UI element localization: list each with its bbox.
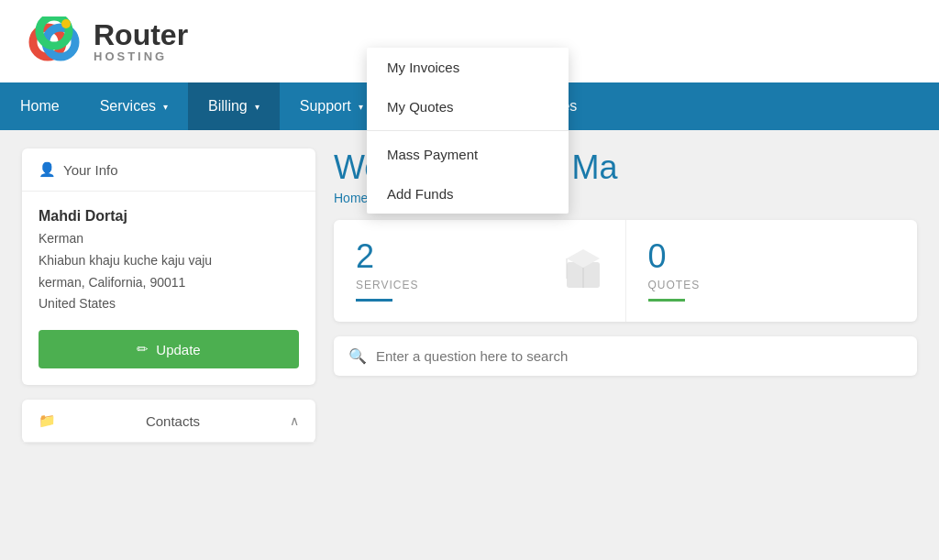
search-icon: 🔍: [348, 347, 367, 365]
update-button[interactable]: ✏ Update: [39, 330, 299, 368]
search-input[interactable]: [376, 348, 902, 364]
breadcrumb-home[interactable]: Home: [334, 191, 368, 205]
your-info-card: 👤 Your Info Mahdi Dortaj Kerman Khiabun …: [22, 148, 315, 385]
contacts-header[interactable]: 📁 Contacts ∧: [22, 400, 315, 443]
logo-text: Router HOSTING: [94, 20, 188, 63]
dropdown-mass-payment[interactable]: Mass Payment: [367, 135, 569, 174]
quotes-count: 0: [648, 240, 896, 273]
pencil-icon: ✏: [137, 341, 149, 357]
services-caret-icon: ▾: [163, 102, 168, 112]
nav-billing[interactable]: Billing ▾: [188, 82, 280, 130]
svg-point-3: [61, 19, 71, 28]
user-name: Mahdi Dortaj: [39, 208, 299, 225]
dropdown-my-quotes[interactable]: My Quotes: [367, 87, 569, 126]
services-underline: [356, 299, 392, 302]
chevron-up-icon: ∧: [290, 413, 299, 428]
box-icon: [559, 246, 607, 297]
dropdown-my-invoices[interactable]: My Invoices: [367, 48, 569, 87]
billing-caret-icon: ▾: [255, 102, 260, 112]
logo-title: Router: [94, 20, 188, 49]
user-icon: 👤: [39, 161, 56, 178]
dropdown-divider: [367, 130, 569, 131]
dropdown-add-funds[interactable]: Add Funds: [367, 174, 569, 214]
logo-subtitle: HOSTING: [94, 49, 188, 63]
sidebar: 👤 Your Info Mahdi Dortaj Kerman Khiabun …: [22, 148, 315, 443]
folder-icon: 📁: [39, 412, 56, 429]
stats-row: 2 SERVICES 0 QUOTES: [334, 220, 917, 322]
nav-home[interactable]: Home: [0, 82, 80, 130]
support-caret-icon: ▾: [359, 102, 363, 112]
contacts-card: 📁 Contacts ∧: [22, 400, 315, 443]
search-bar: 🔍: [334, 336, 917, 376]
quotes-underline: [648, 299, 685, 302]
your-info-body: Mahdi Dortaj Kerman Khiabun khaju kuche …: [22, 192, 315, 385]
logo-icon: [28, 16, 83, 67]
quotes-label: QUOTES: [648, 279, 896, 291]
your-info-header: 👤 Your Info: [22, 148, 315, 192]
nav-services[interactable]: Services ▾: [80, 82, 188, 130]
billing-dropdown: My Invoices My Quotes Mass Payment Add F…: [367, 48, 569, 214]
logo: Router HOSTING: [28, 16, 188, 67]
stat-services: 2 SERVICES: [334, 220, 626, 322]
stat-quotes: 0 QUOTES: [626, 220, 918, 322]
user-address: Kerman Khiabun khaju kuche kaju vaju ker…: [39, 228, 299, 315]
